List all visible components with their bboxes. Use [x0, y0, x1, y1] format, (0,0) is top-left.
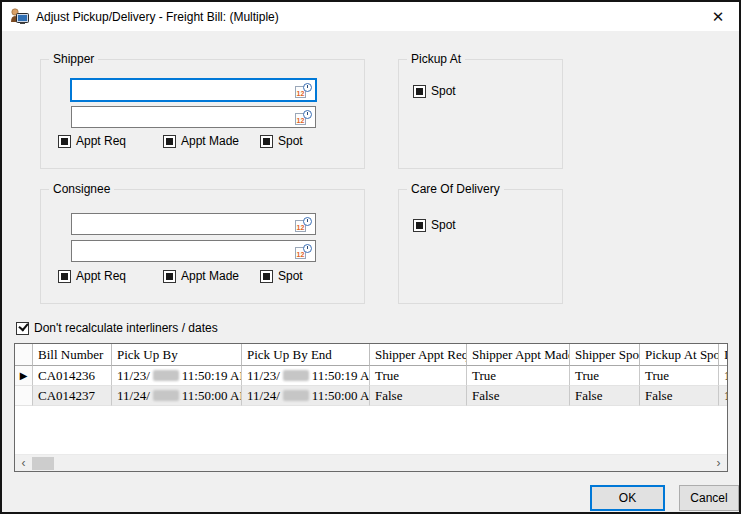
- shipper-appt-req-checkbox[interactable]: Appt Req: [58, 134, 163, 148]
- consignee-appt-made-checkbox[interactable]: Appt Made: [163, 269, 260, 283]
- cell-shipper-appt-req[interactable]: False: [370, 386, 467, 406]
- col-pick-up-by[interactable]: Pick Up By: [112, 344, 242, 366]
- shipper-appt-made-checkbox[interactable]: Appt Made: [163, 134, 260, 148]
- cell-shipper-spot[interactable]: True: [570, 366, 640, 386]
- cell-shipper-appt-made[interactable]: True: [467, 366, 570, 386]
- row-selector-cell[interactable]: [15, 386, 33, 406]
- care-of-delivery-spot-checkbox[interactable]: Spot: [413, 218, 456, 232]
- selected-row-arrow-icon: ▶: [20, 371, 28, 381]
- checkbox-checked-icon[interactable]: [16, 322, 29, 335]
- col-partial[interactable]: I: [719, 344, 728, 366]
- datetime-picker-icon[interactable]: 12: [295, 217, 312, 232]
- clock-icon: [303, 217, 312, 226]
- table-row[interactable]: CA014237 11/24/11:50:00 AM 11/24/11:50:0…: [15, 386, 728, 406]
- cell-bill-number[interactable]: CA014236: [33, 366, 112, 386]
- col-pick-up-by-end[interactable]: Pick Up By End: [242, 344, 370, 366]
- pickup-at-spot-checkbox[interactable]: Spot: [413, 84, 456, 98]
- cell-shipper-spot[interactable]: False: [570, 386, 640, 406]
- dont-recalculate-checkbox[interactable]: Don't recalculate interliners / dates: [16, 321, 218, 335]
- col-pickup-at-spot[interactable]: Pickup At Spot: [640, 344, 719, 366]
- consignee-group: Consignee 12 12 Appt Req Appt Made: [40, 189, 365, 304]
- col-shipper-appt-made[interactable]: Shipper Appt Made: [467, 344, 570, 366]
- scroll-right-icon[interactable]: ›: [710, 455, 727, 471]
- checkbox-indeterminate-icon[interactable]: [413, 85, 426, 98]
- col-bill-number[interactable]: Bill Number: [33, 344, 112, 366]
- cell-shipper-appt-made[interactable]: False: [467, 386, 570, 406]
- cell-shipper-appt-req[interactable]: True: [370, 366, 467, 386]
- row-selector-header: [15, 344, 33, 366]
- cell-pick-up-by[interactable]: 11/23/11:50:19 AM: [112, 366, 242, 386]
- shipper-spot-checkbox[interactable]: Spot: [260, 134, 303, 148]
- pickup-at-group-label: Pickup At: [407, 52, 465, 66]
- checkbox-indeterminate-icon[interactable]: [260, 135, 273, 148]
- cancel-button[interactable]: Cancel: [679, 485, 739, 511]
- shipper-appt-req-date-input[interactable]: 12: [71, 79, 316, 101]
- shipper-date-field-2[interactable]: [74, 108, 293, 126]
- checkbox-indeterminate-icon[interactable]: [163, 270, 176, 283]
- cell-partial[interactable]: 1: [719, 366, 728, 386]
- clock-icon: [303, 83, 312, 92]
- clock-icon: [303, 110, 312, 119]
- datetime-picker-icon[interactable]: 12: [295, 110, 312, 125]
- app-icon: [10, 8, 29, 25]
- cell-pick-up-by-end[interactable]: 11/24/11:50:00 AM: [242, 386, 370, 406]
- checkbox-indeterminate-icon[interactable]: [58, 270, 71, 283]
- redacted-year: [283, 370, 309, 381]
- cell-pick-up-by[interactable]: 11/24/11:50:00 AM: [112, 386, 242, 406]
- shipper-date-field-1[interactable]: [74, 81, 293, 99]
- close-icon[interactable]: ✕: [709, 8, 727, 26]
- col-shipper-spot[interactable]: Shipper Spot: [570, 344, 640, 366]
- checkbox-indeterminate-icon[interactable]: [163, 135, 176, 148]
- consignee-appt-req-date-input[interactable]: 12: [71, 213, 316, 235]
- scrollbar-thumb[interactable]: [32, 457, 54, 470]
- redacted-year: [283, 390, 309, 401]
- cell-pickup-at-spot[interactable]: False: [640, 386, 719, 406]
- checkbox-indeterminate-icon[interactable]: [413, 219, 426, 232]
- window-title: Adjust Pickup/Delivery - Freight Bill: (…: [36, 10, 279, 24]
- shipper-group-label: Shipper: [49, 52, 98, 66]
- freight-bill-grid: Bill Number Pick Up By Pick Up By End Sh…: [14, 343, 728, 472]
- horizontal-scrollbar[interactable]: ‹ ›: [15, 454, 727, 471]
- consignee-appt-req-checkbox[interactable]: Appt Req: [58, 269, 163, 283]
- scroll-left-icon[interactable]: ‹: [15, 455, 32, 471]
- cell-partial[interactable]: 1: [719, 386, 728, 406]
- consignee-date-field-2[interactable]: [74, 242, 293, 260]
- shipper-appt-made-date-input[interactable]: 12: [71, 106, 316, 128]
- datetime-picker-icon[interactable]: 12: [295, 83, 312, 98]
- consignee-appt-made-date-input[interactable]: 12: [71, 240, 316, 262]
- row-selector-cell[interactable]: ▶: [15, 366, 33, 386]
- title-bar: Adjust Pickup/Delivery - Freight Bill: (…: [2, 2, 739, 31]
- checkbox-indeterminate-icon[interactable]: [260, 270, 273, 283]
- cell-pick-up-by-end[interactable]: 11/23/11:50:19 AM: [242, 366, 370, 386]
- adjust-pickup-delivery-dialog: Adjust Pickup/Delivery - Freight Bill: (…: [0, 0, 741, 514]
- table-row[interactable]: ▶ CA014236 11/23/11:50:19 AM 11/23/11:50…: [15, 366, 728, 386]
- redacted-year: [153, 370, 179, 381]
- col-shipper-appt-req[interactable]: Shipper Appt Req: [370, 344, 467, 366]
- checkbox-indeterminate-icon[interactable]: [58, 135, 71, 148]
- care-of-delivery-group-label: Care Of Delivery: [407, 182, 504, 196]
- pickup-at-group: Pickup At Spot: [398, 59, 563, 169]
- shipper-group: Shipper 12 12 Appt Req Appt Made: [40, 59, 365, 169]
- clock-icon: [303, 244, 312, 253]
- cell-pickup-at-spot[interactable]: True: [640, 366, 719, 386]
- cell-bill-number[interactable]: CA014237: [33, 386, 112, 406]
- care-of-delivery-group: Care Of Delivery Spot: [398, 189, 563, 304]
- redacted-year: [153, 390, 179, 401]
- consignee-spot-checkbox[interactable]: Spot: [260, 269, 303, 283]
- ok-button[interactable]: OK: [590, 485, 665, 511]
- grid-header-row: Bill Number Pick Up By Pick Up By End Sh…: [15, 344, 728, 366]
- consignee-date-field-1[interactable]: [74, 215, 293, 233]
- datetime-picker-icon[interactable]: 12: [295, 244, 312, 259]
- consignee-group-label: Consignee: [49, 182, 114, 196]
